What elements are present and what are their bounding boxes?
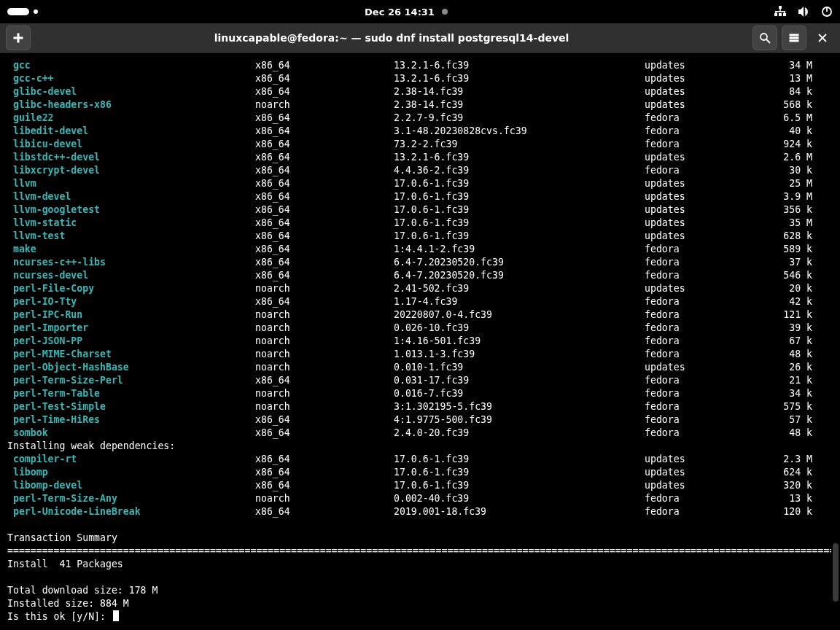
- package-size: 26 k: [739, 361, 812, 374]
- package-repo: fedora: [645, 138, 739, 151]
- package-arch: x86_64: [255, 230, 394, 243]
- package-repo: fedora: [645, 112, 739, 125]
- package-name: perl-Unicode-LineBreak: [7, 505, 141, 518]
- package-version: 0.031-17.fc39: [394, 374, 645, 387]
- svg-rect-14: [790, 34, 798, 36]
- package-arch: noarch: [255, 492, 394, 505]
- package-row: perl-Term-Size-Anynoarch0.002-40.fc39fed…: [1, 492, 839, 505]
- package-repo: fedora: [645, 427, 739, 440]
- prompt-line[interactable]: Is this ok [y/N]:: [1, 610, 839, 623]
- svg-rect-6: [775, 11, 777, 14]
- terminal-viewport[interactable]: gccx86_6413.2.1-6.fc39updates34 M gcc-c+…: [0, 53, 840, 630]
- package-row: llvm-googletestx86_6417.0.6-1.fc39update…: [1, 203, 839, 217]
- package-arch: x86_64: [255, 85, 394, 98]
- package-arch: x86_64: [255, 453, 394, 466]
- package-name: perl-Term-Table: [7, 387, 100, 400]
- svg-rect-16: [790, 40, 798, 42]
- package-version: 1:4.4.1-2.fc39: [394, 243, 645, 256]
- package-name: ncurses-c++-libs: [7, 256, 106, 269]
- package-repo: updates: [645, 230, 739, 243]
- package-version: 1.17-4.fc39: [394, 295, 645, 308]
- activities-button[interactable]: [7, 8, 38, 15]
- summary-rule: ========================================…: [1, 545, 839, 558]
- package-version: 17.0.6-1.fc39: [394, 217, 645, 230]
- package-row: ncurses-c++-libsx86_646.4-7.20230520.fc3…: [1, 256, 839, 269]
- package-version: 0.002-40.fc39: [394, 492, 645, 505]
- package-version: 1.013.1-3.fc39: [394, 348, 645, 361]
- clock-button[interactable]: Dec 26 14:31: [365, 7, 448, 18]
- package-repo: updates: [645, 151, 739, 164]
- package-name: llvm-googletest: [7, 203, 100, 217]
- package-size: 42 k: [739, 295, 812, 308]
- package-arch: x86_64: [255, 125, 394, 138]
- package-repo: updates: [645, 59, 739, 72]
- svg-rect-11: [14, 37, 23, 39]
- menu-button[interactable]: [782, 26, 806, 50]
- package-repo: fedora: [645, 164, 739, 177]
- svg-rect-5: [775, 11, 785, 12]
- terminal-titlebar: linuxcapable@fedora:~ — sudo dnf install…: [0, 23, 840, 53]
- package-row: llvmx86_6417.0.6-1.fc39updates25 M: [1, 177, 839, 190]
- package-size: 121 k: [739, 308, 812, 322]
- package-size: 39 k: [739, 322, 812, 335]
- package-name: glibc-devel: [7, 85, 77, 98]
- package-row: gccx86_6413.2.1-6.fc39updates34 M: [1, 59, 839, 72]
- package-size: 48 k: [739, 348, 812, 361]
- package-size: 575 k: [739, 400, 812, 413]
- package-name: libedit-devel: [7, 125, 88, 138]
- package-size: 120 k: [739, 505, 812, 518]
- package-arch: x86_64: [255, 164, 394, 177]
- package-row: sombokx86_642.4.0-20.fc39fedora48 k: [1, 427, 839, 440]
- package-row: llvm-develx86_6417.0.6-1.fc39updates3.9 …: [1, 190, 839, 203]
- package-size: 589 k: [739, 243, 812, 256]
- package-arch: x86_64: [255, 466, 394, 479]
- package-repo: fedora: [645, 413, 739, 427]
- scrollbar[interactable]: [831, 53, 840, 630]
- package-size: 13 k: [739, 492, 812, 505]
- package-arch: x86_64: [255, 427, 394, 440]
- activities-pill-icon: [7, 8, 29, 15]
- package-repo: fedora: [645, 269, 739, 282]
- package-row: perl-Unicode-LineBreakx86_642019.001-18.…: [1, 505, 839, 518]
- package-name: libstdc++-devel: [7, 151, 100, 164]
- package-size: 320 k: [739, 479, 812, 492]
- scrollbar-thumb[interactable]: [833, 543, 839, 602]
- new-tab-button[interactable]: [6, 26, 31, 50]
- package-name: libxcrypt-devel: [7, 164, 100, 177]
- svg-rect-9: [826, 7, 828, 12]
- package-repo: fedora: [645, 295, 739, 308]
- package-size: 25 M: [739, 177, 812, 190]
- package-repo: fedora: [645, 348, 739, 361]
- system-tray[interactable]: [774, 6, 833, 18]
- package-version: 2.2.7-9.fc39: [394, 112, 645, 125]
- package-name: sombok: [7, 427, 48, 440]
- package-repo: updates: [645, 282, 739, 295]
- package-arch: noarch: [255, 400, 394, 413]
- close-icon: [817, 33, 828, 43]
- network-icon: [774, 6, 786, 18]
- package-row: perl-Object-HashBasenoarch0.010-1.fc39up…: [1, 361, 839, 374]
- package-name: perl-IO-Tty: [7, 295, 77, 308]
- search-button[interactable]: [752, 26, 777, 50]
- package-name: libomp: [7, 466, 48, 479]
- package-name: glibc-headers-x86: [7, 98, 112, 112]
- package-arch: x86_64: [255, 190, 394, 203]
- package-version: 17.0.6-1.fc39: [394, 453, 645, 466]
- package-repo: updates: [645, 453, 739, 466]
- package-name: gcc: [7, 59, 31, 72]
- package-row: perl-Time-HiResx86_644:1.9775-500.fc39fe…: [1, 413, 839, 427]
- package-version: 6.4-7.20230520.fc39: [394, 256, 645, 269]
- close-button[interactable]: [811, 26, 834, 50]
- package-name: perl-Term-Size-Any: [7, 492, 117, 505]
- package-size: 34 M: [739, 59, 812, 72]
- package-arch: noarch: [255, 282, 394, 295]
- package-row: libicu-develx86_6473.2-2.fc39fedora924 k: [1, 138, 839, 151]
- package-arch: noarch: [255, 322, 394, 335]
- package-arch: x86_64: [255, 151, 394, 164]
- package-repo: fedora: [645, 322, 739, 335]
- package-arch: x86_64: [255, 505, 394, 518]
- package-repo: fedora: [645, 308, 739, 322]
- gnome-topbar: Dec 26 14:31: [0, 0, 840, 23]
- package-repo: updates: [645, 177, 739, 190]
- plus-icon: [12, 32, 24, 44]
